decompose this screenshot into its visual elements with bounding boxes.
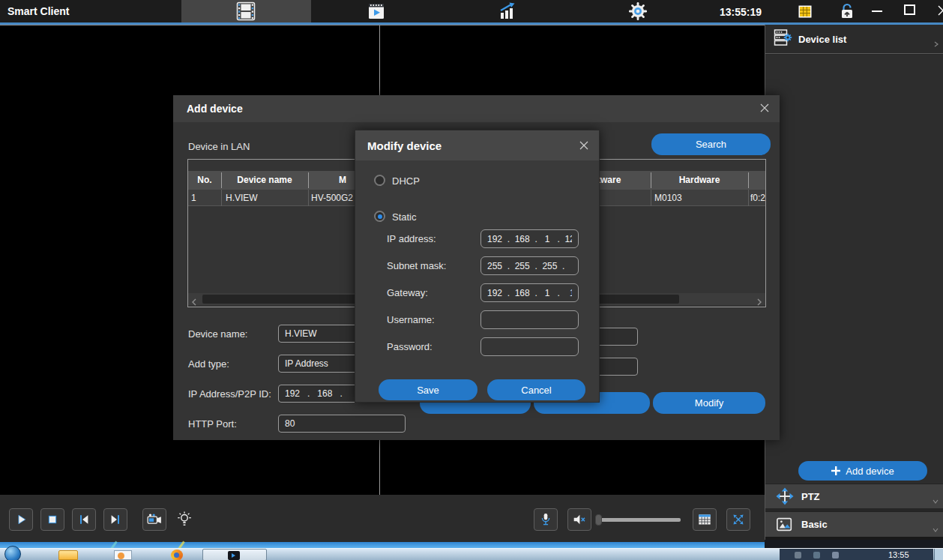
firefox-icon[interactable] <box>171 550 183 560</box>
playback-toolbar <box>0 495 765 542</box>
device-in-lan-label: Device in LAN <box>188 141 250 152</box>
col-divider <box>308 172 309 188</box>
layout-grid-button[interactable] <box>693 508 717 531</box>
modify-device-titlebar: Modify device <box>355 130 599 160</box>
light-bulb-icon[interactable] <box>175 511 193 532</box>
play-button[interactable] <box>9 508 33 531</box>
ip-address-label: IP address: <box>387 233 436 244</box>
col-no[interactable]: No. <box>188 171 221 190</box>
cell-no: 1 <box>191 190 196 206</box>
device-list-icon <box>773 28 792 50</box>
modify-password-label: Password: <box>387 341 433 352</box>
device-tree[interactable] <box>765 55 943 484</box>
gateway-input[interactable] <box>480 283 579 302</box>
active-app-taskbar-button[interactable] <box>202 549 267 560</box>
col-model[interactable]: M <box>334 171 352 190</box>
speaker-mute-button[interactable] <box>567 508 591 531</box>
device-list-chevron-icon[interactable] <box>933 37 939 50</box>
microphone-button[interactable] <box>534 508 558 531</box>
next-frame-button[interactable] <box>103 508 127 531</box>
ip-address-input[interactable] <box>480 229 579 248</box>
row-divider <box>308 190 309 206</box>
row-divider <box>651 190 651 206</box>
lock-icon[interactable] <box>838 2 856 23</box>
dhcp-label: DHCP <box>392 175 420 187</box>
modify-device-title: Modify device <box>367 139 442 152</box>
fullscreen-button[interactable] <box>726 508 750 531</box>
modify-device-close-icon[interactable] <box>578 139 590 154</box>
stop-button[interactable] <box>40 508 64 531</box>
cell-mac: f0:2 <box>750 190 765 206</box>
titlebar: Smart Client 13:55:19 <box>0 0 943 22</box>
app-title: Smart Client <box>7 5 69 17</box>
scroll-right-icon[interactable] <box>756 295 763 309</box>
cell-model: HV-500G2 <box>311 190 353 206</box>
playback-icon[interactable] <box>367 2 385 23</box>
col-divider <box>651 172 651 188</box>
row-divider <box>748 190 749 206</box>
col-divider <box>221 172 222 188</box>
modify-button[interactable]: Modify <box>653 392 765 414</box>
tray-icon[interactable] <box>813 552 820 559</box>
col-device-name[interactable]: Device name <box>221 171 308 190</box>
col-divider <box>748 172 749 188</box>
statistics-icon[interactable] <box>498 1 517 24</box>
sidebar: Device list Add device PTZ Basic <box>765 25 943 542</box>
ptz-chevron-icon[interactable] <box>933 494 939 508</box>
basic-image-icon <box>776 516 794 534</box>
tray-icon[interactable] <box>795 552 801 559</box>
live-view-icon[interactable] <box>236 1 256 24</box>
search-button[interactable]: Search <box>651 133 771 155</box>
start-button[interactable] <box>4 546 21 560</box>
calendar-icon[interactable] <box>796 2 814 23</box>
smart-client-taskbar-icon <box>228 551 240 560</box>
static-label: Static <box>392 211 417 223</box>
screen: Smart Client 13:55:19 <box>0 0 943 560</box>
show-desktop-button[interactable] <box>934 549 943 560</box>
dhcp-radio[interactable] <box>374 175 385 186</box>
row-divider <box>221 190 222 206</box>
maximize-button[interactable] <box>904 4 915 15</box>
col-hardware[interactable]: Hardware <box>651 171 748 190</box>
close-button[interactable] <box>937 4 943 19</box>
http-port-label: HTTP Port: <box>188 418 237 430</box>
ptz-title: PTZ <box>801 491 820 502</box>
save-button[interactable]: Save <box>379 379 477 400</box>
subnet-mask-input[interactable] <box>480 256 579 275</box>
add-device-close-icon[interactable] <box>759 102 771 117</box>
scroll-left-icon[interactable] <box>190 295 198 309</box>
ip-p2p-label: IP Address/P2P ID: <box>188 388 271 400</box>
photo-viewer-icon[interactable] <box>114 550 132 560</box>
cell-hardware: M0103 <box>654 190 682 206</box>
taskbar-clock[interactable]: 13:55 <box>888 550 909 559</box>
add-type-label: Add type: <box>188 358 229 370</box>
tray-icon[interactable] <box>832 552 839 559</box>
gateway-label: Gateway: <box>387 287 428 298</box>
volume-slider-track[interactable] <box>596 518 681 522</box>
basic-panel-header[interactable]: Basic <box>765 511 943 537</box>
modify-device-dialog: Modify device DHCP Static IP address: Su… <box>355 130 600 403</box>
volume-slider-handle[interactable] <box>595 514 602 526</box>
modify-username-input[interactable] <box>480 310 579 329</box>
add-device-dialog-title: Add device <box>187 103 243 115</box>
previous-frame-button[interactable] <box>72 508 96 531</box>
subnet-mask-label: Subnet mask: <box>387 260 447 271</box>
cancel-button[interactable]: Cancel <box>487 379 585 400</box>
settings-gear-icon[interactable] <box>628 1 648 24</box>
ptz-panel-header[interactable]: PTZ <box>765 484 943 508</box>
record-button[interactable] <box>142 508 166 531</box>
minimize-button[interactable] <box>872 10 882 12</box>
explorer-icon[interactable] <box>58 550 78 560</box>
add-device-dialog-titlebar: Add device <box>173 95 780 122</box>
http-port-input[interactable] <box>278 415 406 433</box>
modify-password-input[interactable] <box>480 337 579 356</box>
modify-username-label: Username: <box>387 314 435 325</box>
col-software[interactable]: tware <box>597 171 630 190</box>
basic-chevron-icon[interactable] <box>933 523 939 536</box>
add-device-button[interactable]: Add device <box>798 461 927 481</box>
window-shadow <box>765 540 943 548</box>
taskbar: 13:55 <box>0 548 943 560</box>
static-radio[interactable] <box>374 211 385 222</box>
device-name-label: Device name: <box>188 328 247 340</box>
cell-device-name: H.VIEW <box>226 190 258 206</box>
